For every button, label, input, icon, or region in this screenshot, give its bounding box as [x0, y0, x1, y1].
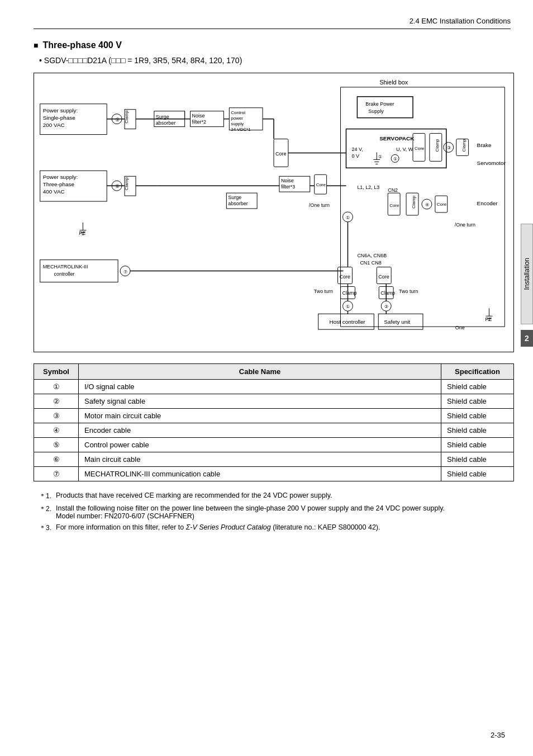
- spec-cell: Shield cable: [441, 409, 514, 423]
- page-header: 2.4 EMC Installation Conditions: [34, 17, 511, 29]
- svg-text:Brake: Brake: [477, 142, 492, 148]
- cable-name-cell: Control power cable: [79, 438, 441, 452]
- svg-text:③: ③: [447, 145, 451, 150]
- svg-text:0 V: 0 V: [351, 153, 359, 159]
- table-row: ⑥Main circuit cableShield cable: [34, 452, 514, 467]
- installation-tab: Installation: [521, 224, 533, 324]
- svg-text:200 VAC: 200 VAC: [43, 122, 65, 128]
- svg-text:SERVOPACK: SERVOPACK: [379, 135, 415, 141]
- svg-text:absorber: absorber: [228, 201, 248, 206]
- svg-text:①: ①: [346, 215, 350, 220]
- svg-text:Core: Core: [340, 274, 350, 280]
- svg-text:⑥: ⑥: [115, 183, 120, 189]
- svg-text:/One turn: /One turn: [309, 202, 330, 208]
- sub-heading: • SGDV-□□□□D21A (□□□ = 1R9, 3R5, 5R4, 8R…: [39, 56, 511, 65]
- footnote-item: ＊2.Install the following noise filter on…: [39, 504, 511, 520]
- svg-text:Surge: Surge: [228, 195, 241, 200]
- svg-text:MECHATROLINK-III: MECHATROLINK-III: [43, 264, 88, 270]
- svg-text:absorber: absorber: [156, 120, 175, 126]
- svg-text:Two turn: Two turn: [399, 289, 418, 294]
- svg-text:①: ①: [378, 154, 382, 159]
- svg-text:④: ④: [425, 202, 429, 207]
- footnote-marker: ＊3.: [39, 523, 51, 533]
- symbol-cell: ③: [34, 409, 79, 423]
- svg-text:Core: Core: [378, 274, 389, 280]
- col-symbol: Symbol: [34, 364, 79, 380]
- cable-name-cell: I/O signal cable: [79, 380, 441, 394]
- footnote-item: ＊3.For more information on this filter, …: [39, 523, 511, 533]
- svg-text:PE: PE: [79, 230, 85, 236]
- svg-text:②: ②: [384, 304, 388, 309]
- svg-text:①: ①: [346, 304, 350, 309]
- svg-text:⑦: ⑦: [123, 270, 127, 275]
- svg-text:CN6A, CN6B: CN6A, CN6B: [357, 253, 387, 258]
- spec-cell: Shield cable: [441, 423, 514, 438]
- svg-text:Safety unit: Safety unit: [384, 319, 410, 325]
- diagram-svg: Shield box Power supply: Single-phase 20…: [34, 73, 513, 352]
- symbol-cell: ④: [34, 423, 79, 438]
- svg-text:L1, L2, L3: L1, L2, L3: [357, 185, 379, 190]
- svg-text:Power supply:: Power supply:: [43, 107, 78, 114]
- section-heading: Three-phase 400 V: [34, 40, 511, 50]
- svg-text:Host controller: Host controller: [330, 319, 366, 325]
- svg-text:Two turn: Two turn: [314, 289, 333, 294]
- svg-text:PE: PE: [485, 316, 492, 322]
- page-container: 2.4 EMC Installation Conditions Installa…: [0, 0, 533, 756]
- svg-text:/One turn: /One turn: [455, 222, 475, 228]
- svg-text:Clamp: Clamp: [411, 195, 416, 209]
- header-title: 2.4 EMC Installation Conditions: [410, 17, 511, 25]
- cable-name-cell: Motor main circuit cable: [79, 409, 441, 423]
- svg-text:filter*2: filter*2: [192, 119, 206, 125]
- svg-text:One: One: [455, 325, 465, 330]
- symbol-cell: ⑤: [34, 438, 79, 452]
- cable-table: Symbol Cable Name Specification ①I/O sig…: [34, 363, 514, 481]
- svg-text:Noise: Noise: [281, 178, 294, 183]
- cable-name-cell: Main circuit cable: [79, 452, 441, 467]
- footnote-text: For more information on this filter, ref…: [56, 523, 380, 531]
- cable-name-cell: Encoder cable: [79, 423, 441, 438]
- table-row: ②Safety signal cableShield cable: [34, 394, 514, 409]
- footnote-marker: ＊1.: [39, 492, 51, 501]
- svg-text:power: power: [231, 116, 243, 121]
- svg-text:Single-phase: Single-phase: [43, 115, 76, 121]
- svg-text:Core: Core: [437, 202, 447, 207]
- svg-text:400 VAC: 400 VAC: [43, 188, 65, 195]
- table-row: ⑤Control power cableShield cable: [34, 438, 514, 452]
- svg-text:Core: Core: [316, 182, 326, 187]
- svg-text:Power supply:: Power supply:: [43, 174, 78, 180]
- svg-text:Clamp: Clamp: [342, 290, 357, 296]
- svg-text:Core: Core: [275, 151, 286, 157]
- svg-text:U, V, W: U, V, W: [396, 147, 413, 152]
- svg-text:supply: supply: [231, 121, 244, 126]
- svg-text:CN1        CN8: CN1 CN8: [360, 260, 381, 266]
- table-row: ⑦MECHATROLINK-III communication cableShi…: [34, 467, 514, 481]
- svg-text:controller: controller: [54, 271, 75, 277]
- symbol-cell: ②: [34, 394, 79, 409]
- col-cable-name: Cable Name: [79, 364, 441, 380]
- symbol-cell: ⑥: [34, 452, 79, 467]
- table-row: ④Encoder cableShield cable: [34, 423, 514, 438]
- chapter-number: 2: [521, 330, 533, 347]
- svg-text:Control: Control: [231, 110, 245, 115]
- spec-cell: Shield cable: [441, 394, 514, 409]
- svg-text:Clamp: Clamp: [124, 110, 129, 124]
- svg-text:Core: Core: [389, 203, 399, 208]
- footnote-item: ＊1.Products that have received CE markin…: [39, 492, 511, 501]
- spec-cell: Shield cable: [441, 467, 514, 481]
- svg-text:Three-phase: Three-phase: [43, 181, 75, 187]
- spec-cell: Shield cable: [441, 452, 514, 467]
- circuit-diagram: Shield box Power supply: Single-phase 20…: [34, 73, 514, 352]
- footnote-text: Products that have received CE marking a…: [56, 492, 332, 499]
- svg-text:24 V,: 24 V,: [351, 147, 363, 152]
- svg-text:Shield box: Shield box: [379, 79, 408, 86]
- svg-text:Noise: Noise: [192, 113, 205, 119]
- svg-rect-120: [357, 97, 413, 118]
- svg-text:Encoder: Encoder: [477, 200, 498, 206]
- svg-text:Clamp: Clamp: [461, 139, 467, 152]
- svg-text:Supply: Supply: [368, 108, 384, 114]
- svg-text:CN2: CN2: [388, 187, 398, 193]
- svg-text:24 VDC*1: 24 VDC*1: [231, 127, 251, 132]
- svg-text:Clamp: Clamp: [380, 290, 395, 296]
- footnote-marker: ＊2.: [39, 504, 51, 514]
- footnotes: ＊1.Products that have received CE markin…: [39, 492, 511, 533]
